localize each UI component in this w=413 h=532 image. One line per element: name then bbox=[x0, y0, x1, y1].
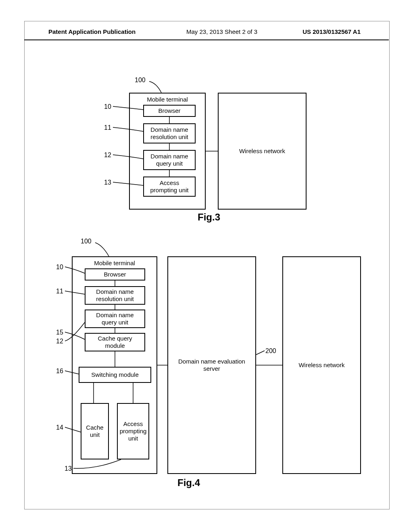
fig3-apu-box: Access prompting unit bbox=[143, 177, 196, 197]
fig4-browser-label: Browser bbox=[101, 269, 128, 280]
fig3-wireless-label: Wireless network bbox=[237, 146, 288, 156]
fig4-dnru-box: Domain name resolution unit bbox=[85, 286, 145, 305]
fig3-ref-10: 10 bbox=[104, 103, 111, 110]
fig4-ref-200: 200 bbox=[265, 347, 276, 355]
fig4-wireless-box: Wireless network bbox=[282, 256, 361, 474]
fig4-swm-box: Switching module bbox=[79, 367, 151, 383]
fig4-dnqu-label: Domain name query unit bbox=[86, 310, 144, 328]
fig4-ref-13: 13 bbox=[65, 465, 72, 472]
fig4-caption: Fig.4 bbox=[177, 477, 200, 488]
header-mid: May 23, 2013 Sheet 2 of 3 bbox=[161, 28, 282, 35]
fig3-ref-11: 11 bbox=[104, 124, 111, 131]
fig4-cache-label: Cache unit bbox=[81, 422, 108, 440]
fig3-dnqu-label: Domain name query unit bbox=[144, 151, 195, 169]
fig4-swm-label: Switching module bbox=[89, 370, 141, 380]
fig4-ref-14: 14 bbox=[56, 424, 63, 431]
header-rule bbox=[24, 39, 389, 40]
fig3-ref-13: 13 bbox=[104, 179, 111, 186]
header-left: Patent Application Publication bbox=[48, 28, 136, 35]
fig3-wireless-box: Wireless network bbox=[218, 93, 307, 210]
page: Patent Application Publication May 23, 2… bbox=[0, 0, 413, 532]
fig4-ref-15: 15 bbox=[56, 329, 63, 336]
fig4-browser-box: Browser bbox=[85, 268, 145, 281]
fig4-cache-box: Cache unit bbox=[81, 403, 109, 459]
fig3-mobile-terminal-label: Mobile terminal bbox=[144, 94, 190, 105]
fig4-ref-11: 11 bbox=[56, 288, 63, 295]
fig4-cqm-label: Cache query module bbox=[86, 333, 144, 351]
fig3-ref-12: 12 bbox=[104, 152, 111, 159]
fig4-dnru-label: Domain name resolution unit bbox=[86, 287, 144, 304]
fig3-dnru-box: Domain name resolution unit bbox=[143, 123, 196, 143]
fig3-ref-100: 100 bbox=[135, 77, 146, 84]
fig4-ref-16: 16 bbox=[56, 368, 63, 375]
fig4-cqm-box: Cache query module bbox=[85, 333, 145, 351]
fig3-dnqu-box: Domain name query unit bbox=[143, 150, 196, 170]
fig4-apu-box: Access prompting unit bbox=[117, 403, 149, 459]
fig4-ref-10: 10 bbox=[56, 264, 63, 271]
fig3-browser-label: Browser bbox=[156, 106, 183, 116]
fig4-ref-100: 100 bbox=[81, 238, 92, 245]
fig4-dnqu-box: Domain name query unit bbox=[85, 310, 145, 328]
fig4-wireless-label: Wireless network bbox=[296, 360, 347, 370]
fig4-apu-label: Access prompting unit bbox=[117, 419, 149, 444]
fig4-dns-server-box: Domain name evaluation server bbox=[167, 256, 256, 474]
fig3-dnru-label: Domain name resolution unit bbox=[144, 125, 195, 142]
fig3-browser-box: Browser bbox=[143, 105, 196, 117]
header-right: US 2013/0132567 A1 bbox=[302, 28, 361, 35]
fig3-apu-label: Access prompting unit bbox=[144, 178, 195, 195]
fig3-caption: Fig.3 bbox=[198, 212, 220, 223]
fig4-ref-12: 12 bbox=[56, 338, 63, 345]
fig4-mobile-terminal-label: Mobile terminal bbox=[92, 257, 138, 268]
fig4-dns-server-label: Domain name evaluation server bbox=[168, 356, 255, 374]
page-header: Patent Application Publication May 23, 2… bbox=[24, 28, 389, 40]
